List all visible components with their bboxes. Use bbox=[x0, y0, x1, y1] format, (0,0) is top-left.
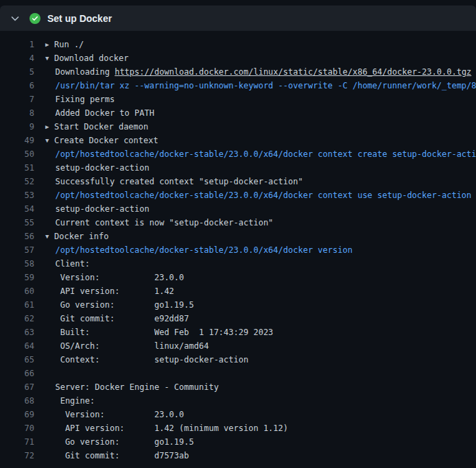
step-title: Set up Docker bbox=[47, 13, 112, 24]
log-text: Added Docker to PATH bbox=[45, 106, 154, 120]
log-line: 60 API version: 1.42 bbox=[0, 284, 476, 298]
line-number[interactable]: 70 bbox=[0, 421, 34, 435]
log-line: 70 API version: 1.42 (minimum version 1.… bbox=[0, 421, 476, 435]
log-text: Version: 23.0.0 bbox=[45, 408, 184, 421]
log-text: Client: bbox=[45, 257, 90, 271]
line-number[interactable]: 7 bbox=[0, 93, 34, 106]
log-line: 69 Version: 23.0.0 bbox=[0, 408, 476, 421]
line-number[interactable]: 9 bbox=[0, 120, 34, 134]
log-line: 53 /opt/hostedtoolcache/docker-stable/23… bbox=[0, 188, 476, 202]
line-number[interactable]: 56 bbox=[0, 230, 34, 243]
log-line: 62 Git commit: e92dd87 bbox=[0, 312, 476, 325]
log-text: Downloading https://download.docker.com/… bbox=[45, 65, 471, 79]
log-line: 58 Client: bbox=[0, 257, 476, 271]
log-text: Server: Docker Engine - Community bbox=[45, 380, 219, 394]
log-lines: 1▶Run ./4▼Download docker5 Downloading h… bbox=[0, 31, 476, 463]
line-number[interactable]: 53 bbox=[0, 188, 34, 202]
log-text: Current context is now "setup-docker-act… bbox=[45, 216, 273, 230]
log-text: Engine: bbox=[45, 394, 95, 408]
line-number[interactable]: 50 bbox=[0, 147, 34, 161]
line-number[interactable]: 55 bbox=[0, 216, 34, 230]
line-number[interactable]: 61 bbox=[0, 298, 34, 312]
line-number[interactable]: 8 bbox=[0, 106, 34, 120]
step-header[interactable]: Set up Docker bbox=[0, 5, 476, 31]
log-line: 8 Added Docker to PATH bbox=[0, 106, 476, 120]
line-number[interactable]: 5 bbox=[0, 65, 34, 79]
log-text: setup-docker-action bbox=[45, 202, 150, 216]
line-number[interactable]: 64 bbox=[0, 339, 34, 353]
log-line: 7 Fixing perms bbox=[0, 93, 476, 106]
group-collapsed-icon[interactable]: ▶ bbox=[45, 120, 54, 134]
group-collapsed-icon[interactable]: ▶ bbox=[45, 38, 54, 51]
log-line: 4▼Download docker bbox=[0, 51, 476, 65]
log-line: 9▶Start Docker daemon bbox=[0, 120, 476, 134]
group-expanded-icon[interactable]: ▼ bbox=[45, 51, 54, 65]
group-expanded-icon[interactable]: ▼ bbox=[45, 134, 54, 147]
line-number[interactable]: 59 bbox=[0, 271, 34, 284]
log-text: setup-docker-action bbox=[45, 161, 150, 175]
log-text: Successfully created context "setup-dock… bbox=[45, 175, 303, 188]
log-text: Go version: go1.19.5 bbox=[45, 298, 194, 312]
log-line: 64 OS/Arch: linux/amd64 bbox=[0, 339, 476, 353]
log-link[interactable]: https://download.docker.com/linux/static… bbox=[115, 67, 471, 77]
log-line: 5 Downloading https://download.docker.co… bbox=[0, 65, 476, 79]
log-text: /opt/hostedtoolcache/docker-stable/23.0.… bbox=[45, 147, 476, 161]
line-number[interactable]: 71 bbox=[0, 435, 34, 449]
line-number[interactable]: 49 bbox=[0, 134, 34, 147]
log-text: /opt/hostedtoolcache/docker-stable/23.0.… bbox=[45, 188, 471, 202]
log-line: 68 Engine: bbox=[0, 394, 476, 408]
log-text: Git commit: d7573ab bbox=[45, 449, 189, 463]
line-number[interactable]: 4 bbox=[0, 51, 34, 65]
log-line: 1▶Run ./ bbox=[0, 38, 476, 51]
line-number[interactable]: 60 bbox=[0, 284, 34, 298]
log-text: API version: 1.42 (minimum version 1.12) bbox=[45, 421, 288, 435]
line-number[interactable]: 6 bbox=[0, 79, 34, 93]
log-text: OS/Arch: linux/amd64 bbox=[45, 339, 209, 353]
log-text: Built: Wed Feb 1 17:43:29 2023 bbox=[45, 325, 273, 339]
log-text: Fixing perms bbox=[45, 93, 115, 106]
line-number[interactable]: 1 bbox=[0, 38, 34, 51]
line-number[interactable]: 57 bbox=[0, 243, 34, 257]
log-text: API version: 1.42 bbox=[45, 284, 174, 298]
log-group-title[interactable]: ▶Start Docker daemon bbox=[45, 120, 148, 134]
log-group-title[interactable]: ▼Create Docker context bbox=[45, 134, 158, 147]
line-number[interactable]: 54 bbox=[0, 202, 34, 216]
log-line: 63 Built: Wed Feb 1 17:43:29 2023 bbox=[0, 325, 476, 339]
chevron-down-icon[interactable] bbox=[10, 13, 21, 24]
log-line: 57 /opt/hostedtoolcache/docker-stable/23… bbox=[0, 243, 476, 257]
log-line: 50 /opt/hostedtoolcache/docker-stable/23… bbox=[0, 147, 476, 161]
log-group-title[interactable]: ▶Run ./ bbox=[45, 38, 84, 51]
log-line: 61 Go version: go1.19.5 bbox=[0, 298, 476, 312]
line-number[interactable]: 51 bbox=[0, 161, 34, 175]
line-number[interactable]: 62 bbox=[0, 312, 34, 325]
log-line: 56▼Docker info bbox=[0, 230, 476, 243]
log-line: 54 setup-docker-action bbox=[0, 202, 476, 216]
log-text: Git commit: e92dd87 bbox=[45, 312, 189, 325]
log-text: Go version: go1.19.5 bbox=[45, 435, 194, 449]
log-line: 52 Successfully created context "setup-d… bbox=[0, 175, 476, 188]
log-text: /usr/bin/tar xz --warning=no-unknown-key… bbox=[45, 79, 476, 93]
check-circle-icon bbox=[29, 13, 40, 24]
log-group-title[interactable]: ▼Docker info bbox=[45, 230, 108, 243]
line-number[interactable]: 52 bbox=[0, 175, 34, 188]
log-line: 55 Current context is now "setup-docker-… bbox=[0, 216, 476, 230]
log-line: 6 /usr/bin/tar xz --warning=no-unknown-k… bbox=[0, 79, 476, 93]
log-line: 59 Version: 23.0.0 bbox=[0, 271, 476, 284]
line-number[interactable]: 67 bbox=[0, 380, 34, 394]
log-line: 71 Go version: go1.19.5 bbox=[0, 435, 476, 449]
line-number[interactable]: 58 bbox=[0, 257, 34, 271]
log-text: Version: 23.0.0 bbox=[45, 271, 184, 284]
line-number[interactable]: 72 bbox=[0, 449, 34, 463]
group-expanded-icon[interactable]: ▼ bbox=[45, 230, 54, 243]
log-line: 65 Context: setup-docker-action bbox=[0, 353, 476, 367]
log-line: 51 setup-docker-action bbox=[0, 161, 476, 175]
line-number[interactable]: 65 bbox=[0, 353, 34, 367]
log-line: 66 bbox=[0, 367, 476, 380]
log-text: Context: setup-docker-action bbox=[45, 353, 248, 367]
line-number[interactable]: 63 bbox=[0, 325, 34, 339]
line-number[interactable]: 69 bbox=[0, 408, 34, 421]
log-group-title[interactable]: ▼Download docker bbox=[45, 51, 128, 65]
line-number[interactable]: 66 bbox=[0, 367, 34, 380]
line-number[interactable]: 68 bbox=[0, 394, 34, 408]
log-line: 72 Git commit: d7573ab bbox=[0, 449, 476, 463]
